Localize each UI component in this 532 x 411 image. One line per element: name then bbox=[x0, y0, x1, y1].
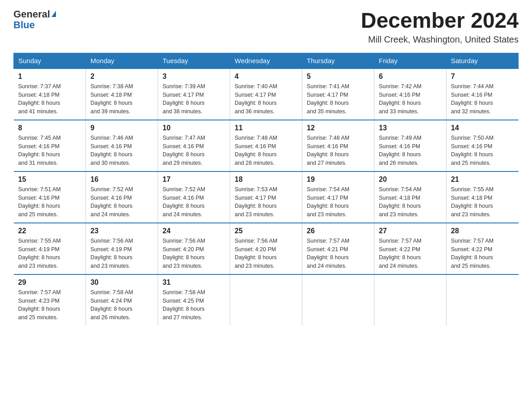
calendar-subtitle: Mill Creek, Washington, United States bbox=[361, 34, 519, 45]
day-of-week-header: Sunday bbox=[14, 53, 86, 68]
day-number: 24 bbox=[163, 227, 225, 235]
day-of-week-header: Wednesday bbox=[230, 53, 302, 68]
day-number: 23 bbox=[90, 227, 153, 235]
calendar-cell: 3 Sunrise: 7:39 AM Sunset: 4:17 PM Dayli… bbox=[158, 68, 230, 120]
day-of-week-header: Monday bbox=[86, 53, 158, 68]
day-number: 10 bbox=[163, 124, 225, 132]
calendar-cell: 18 Sunrise: 7:53 AM Sunset: 4:17 PM Dayl… bbox=[230, 171, 302, 223]
day-number: 29 bbox=[18, 278, 82, 287]
day-info: Sunrise: 7:57 AM Sunset: 4:23 PM Dayligh… bbox=[18, 288, 82, 322]
day-number: 13 bbox=[379, 124, 442, 132]
day-number: 1 bbox=[18, 73, 82, 81]
calendar-body: 1 Sunrise: 7:37 AM Sunset: 4:18 PM Dayli… bbox=[14, 68, 519, 325]
day-number: 15 bbox=[18, 176, 82, 184]
day-info: Sunrise: 7:37 AM Sunset: 4:18 PM Dayligh… bbox=[18, 82, 82, 116]
calendar-cell bbox=[302, 274, 374, 325]
calendar-cell: 27 Sunrise: 7:57 AM Sunset: 4:22 PM Dayl… bbox=[374, 223, 446, 274]
calendar-cell: 24 Sunrise: 7:56 AM Sunset: 4:20 PM Dayl… bbox=[158, 223, 230, 274]
calendar-cell: 2 Sunrise: 7:38 AM Sunset: 4:18 PM Dayli… bbox=[86, 68, 158, 120]
day-info: Sunrise: 7:51 AM Sunset: 4:16 PM Dayligh… bbox=[18, 185, 82, 219]
day-info: Sunrise: 7:52 AM Sunset: 4:16 PM Dayligh… bbox=[90, 185, 153, 219]
day-info: Sunrise: 7:56 AM Sunset: 4:20 PM Dayligh… bbox=[235, 237, 297, 270]
day-number: 11 bbox=[235, 124, 297, 132]
calendar-cell: 22 Sunrise: 7:55 AM Sunset: 4:19 PM Dayl… bbox=[14, 223, 86, 274]
calendar-cell: 28 Sunrise: 7:57 AM Sunset: 4:22 PM Dayl… bbox=[446, 223, 519, 274]
logo-blue-text: Blue bbox=[13, 20, 35, 30]
day-info: Sunrise: 7:54 AM Sunset: 4:18 PM Dayligh… bbox=[379, 185, 442, 219]
day-number: 2 bbox=[90, 73, 153, 81]
calendar-cell: 10 Sunrise: 7:47 AM Sunset: 4:16 PM Dayl… bbox=[158, 120, 230, 171]
calendar-cell: 11 Sunrise: 7:48 AM Sunset: 4:16 PM Dayl… bbox=[230, 120, 302, 171]
day-number: 17 bbox=[163, 176, 225, 184]
day-number: 25 bbox=[235, 227, 297, 235]
day-of-week-header: Friday bbox=[374, 53, 446, 68]
calendar-cell: 29 Sunrise: 7:57 AM Sunset: 4:23 PM Dayl… bbox=[14, 274, 86, 325]
day-info: Sunrise: 7:39 AM Sunset: 4:17 PM Dayligh… bbox=[163, 82, 225, 116]
day-info: Sunrise: 7:55 AM Sunset: 4:18 PM Dayligh… bbox=[451, 185, 514, 219]
day-info: Sunrise: 7:44 AM Sunset: 4:16 PM Dayligh… bbox=[451, 82, 514, 116]
calendar-week-row: 29 Sunrise: 7:57 AM Sunset: 4:23 PM Dayl… bbox=[14, 274, 519, 325]
day-info: Sunrise: 7:38 AM Sunset: 4:18 PM Dayligh… bbox=[90, 82, 153, 116]
day-info: Sunrise: 7:58 AM Sunset: 4:24 PM Dayligh… bbox=[90, 288, 153, 322]
calendar-cell: 4 Sunrise: 7:40 AM Sunset: 4:17 PM Dayli… bbox=[230, 68, 302, 120]
day-number: 18 bbox=[235, 176, 297, 184]
calendar-week-row: 8 Sunrise: 7:45 AM Sunset: 4:16 PM Dayli… bbox=[14, 120, 519, 171]
day-info: Sunrise: 7:40 AM Sunset: 4:17 PM Dayligh… bbox=[235, 82, 297, 116]
calendar-cell: 5 Sunrise: 7:41 AM Sunset: 4:17 PM Dayli… bbox=[302, 68, 374, 120]
title-block: December 2024 Mill Creek, Washington, Un… bbox=[361, 9, 519, 45]
calendar-cell: 19 Sunrise: 7:54 AM Sunset: 4:17 PM Dayl… bbox=[302, 171, 374, 223]
calendar-cell: 23 Sunrise: 7:56 AM Sunset: 4:19 PM Dayl… bbox=[86, 223, 158, 274]
day-info: Sunrise: 7:57 AM Sunset: 4:21 PM Dayligh… bbox=[307, 237, 369, 270]
day-info: Sunrise: 7:48 AM Sunset: 4:16 PM Dayligh… bbox=[307, 134, 369, 167]
calendar-cell: 21 Sunrise: 7:55 AM Sunset: 4:18 PM Dayl… bbox=[446, 171, 519, 223]
logo-triangle-icon bbox=[51, 11, 56, 17]
calendar-cell: 9 Sunrise: 7:46 AM Sunset: 4:16 PM Dayli… bbox=[86, 120, 158, 171]
day-of-week-header: Thursday bbox=[302, 53, 374, 68]
day-of-week-header: Saturday bbox=[446, 53, 519, 68]
day-info: Sunrise: 7:49 AM Sunset: 4:16 PM Dayligh… bbox=[379, 134, 442, 167]
day-number: 3 bbox=[163, 73, 225, 81]
days-of-week-row: SundayMondayTuesdayWednesdayThursdayFrid… bbox=[14, 53, 519, 68]
day-number: 4 bbox=[235, 73, 297, 81]
day-info: Sunrise: 7:58 AM Sunset: 4:25 PM Dayligh… bbox=[163, 288, 225, 322]
day-info: Sunrise: 7:46 AM Sunset: 4:16 PM Dayligh… bbox=[90, 134, 153, 167]
calendar-cell: 8 Sunrise: 7:45 AM Sunset: 4:16 PM Dayli… bbox=[14, 120, 86, 171]
day-info: Sunrise: 7:57 AM Sunset: 4:22 PM Dayligh… bbox=[451, 237, 514, 270]
day-info: Sunrise: 7:48 AM Sunset: 4:16 PM Dayligh… bbox=[235, 134, 297, 167]
day-info: Sunrise: 7:50 AM Sunset: 4:16 PM Dayligh… bbox=[451, 134, 514, 167]
calendar-cell: 17 Sunrise: 7:52 AM Sunset: 4:16 PM Dayl… bbox=[158, 171, 230, 223]
day-number: 22 bbox=[18, 227, 82, 235]
calendar-title: December 2024 bbox=[361, 9, 519, 33]
calendar-cell: 30 Sunrise: 7:58 AM Sunset: 4:24 PM Dayl… bbox=[86, 274, 158, 325]
calendar-cell: 20 Sunrise: 7:54 AM Sunset: 4:18 PM Dayl… bbox=[374, 171, 446, 223]
calendar-cell: 15 Sunrise: 7:51 AM Sunset: 4:16 PM Dayl… bbox=[14, 171, 86, 223]
calendar-cell: 7 Sunrise: 7:44 AM Sunset: 4:16 PM Dayli… bbox=[446, 68, 519, 120]
day-number: 12 bbox=[307, 124, 369, 132]
calendar-cell: 14 Sunrise: 7:50 AM Sunset: 4:16 PM Dayl… bbox=[446, 120, 519, 171]
calendar-cell bbox=[446, 274, 519, 325]
calendar-cell bbox=[374, 274, 446, 325]
calendar-week-row: 1 Sunrise: 7:37 AM Sunset: 4:18 PM Dayli… bbox=[14, 68, 519, 120]
day-info: Sunrise: 7:56 AM Sunset: 4:20 PM Dayligh… bbox=[163, 237, 225, 270]
day-number: 28 bbox=[451, 227, 514, 235]
day-number: 20 bbox=[379, 176, 442, 184]
logo-general-text: General bbox=[13, 9, 50, 20]
day-info: Sunrise: 7:56 AM Sunset: 4:19 PM Dayligh… bbox=[90, 237, 153, 270]
calendar-cell: 16 Sunrise: 7:52 AM Sunset: 4:16 PM Dayl… bbox=[86, 171, 158, 223]
calendar-table: SundayMondayTuesdayWednesdayThursdayFrid… bbox=[13, 53, 519, 325]
day-number: 6 bbox=[379, 73, 442, 81]
day-number: 21 bbox=[451, 176, 514, 184]
day-info: Sunrise: 7:41 AM Sunset: 4:17 PM Dayligh… bbox=[307, 82, 369, 116]
day-info: Sunrise: 7:55 AM Sunset: 4:19 PM Dayligh… bbox=[18, 237, 82, 270]
calendar-header: SundayMondayTuesdayWednesdayThursdayFrid… bbox=[14, 53, 519, 68]
calendar-cell: 31 Sunrise: 7:58 AM Sunset: 4:25 PM Dayl… bbox=[158, 274, 230, 325]
calendar-cell: 6 Sunrise: 7:42 AM Sunset: 4:16 PM Dayli… bbox=[374, 68, 446, 120]
day-info: Sunrise: 7:52 AM Sunset: 4:16 PM Dayligh… bbox=[163, 185, 225, 219]
day-number: 9 bbox=[90, 124, 153, 132]
calendar-cell: 12 Sunrise: 7:48 AM Sunset: 4:16 PM Dayl… bbox=[302, 120, 374, 171]
day-info: Sunrise: 7:42 AM Sunset: 4:16 PM Dayligh… bbox=[379, 82, 442, 116]
day-info: Sunrise: 7:45 AM Sunset: 4:16 PM Dayligh… bbox=[18, 134, 82, 167]
day-number: 7 bbox=[451, 73, 514, 81]
calendar-cell: 25 Sunrise: 7:56 AM Sunset: 4:20 PM Dayl… bbox=[230, 223, 302, 274]
day-number: 14 bbox=[451, 124, 514, 132]
